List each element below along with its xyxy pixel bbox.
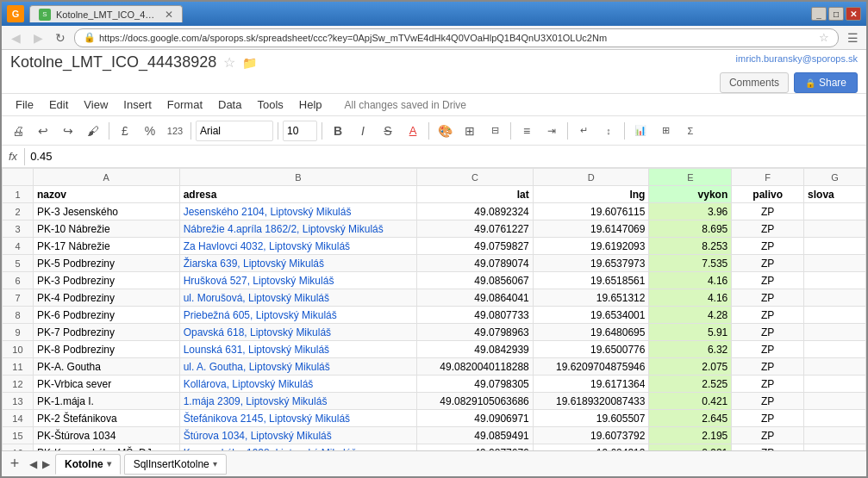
cell-G13[interactable] xyxy=(804,393,866,410)
cell-A15[interactable]: PK-Štúrova 1034 xyxy=(33,427,179,444)
cell-C4[interactable]: 49.0759827 xyxy=(417,238,534,255)
cell-B11[interactable]: ul. A. Goutha, Liptovský Mikuláš xyxy=(179,358,416,376)
cell-F4[interactable]: ZP xyxy=(732,238,804,255)
sheet-table-wrapper[interactable]: A B C D E F G 1 nazov adresa xyxy=(2,168,866,450)
cell-E10[interactable]: 6.32 xyxy=(649,341,732,358)
cell-B7[interactable]: ul. Morušová, Liptovský Mikuláš xyxy=(179,289,416,307)
cell-G6[interactable] xyxy=(804,272,866,289)
percent-button[interactable]: % xyxy=(139,120,161,142)
bookmark-star-icon[interactable]: ☆ xyxy=(819,31,829,44)
cell-E14[interactable]: 2.645 xyxy=(649,410,732,427)
cell-D5[interactable]: 19.6537973 xyxy=(533,255,649,272)
redo-button[interactable]: ↪ xyxy=(57,120,79,142)
sheet-tab-sqlinsert[interactable]: SqlInsertKotolne ▾ xyxy=(124,454,227,475)
share-button[interactable]: 🔒 Share xyxy=(794,72,858,93)
cell-A14[interactable]: PK-2 Štefánikova xyxy=(33,410,179,427)
cell-A12[interactable]: PK-Vrbica sever xyxy=(33,376,179,393)
sheet-nav-right[interactable]: ▶ xyxy=(41,456,52,472)
cell-E15[interactable]: 2.195 xyxy=(649,427,732,444)
menu-data[interactable]: Data xyxy=(211,96,248,113)
cell-E12[interactable]: 2.525 xyxy=(649,376,732,393)
sheet-tab-kotolne-arrow[interactable]: ▾ xyxy=(107,459,111,469)
cell-D6[interactable]: 19.6518561 xyxy=(533,272,649,289)
cell-G4[interactable] xyxy=(804,238,866,255)
print-button[interactable]: 🖨 xyxy=(7,120,29,142)
cell-B5[interactable]: Žiarska 639, Liptovský Mikuláš xyxy=(179,255,416,272)
menu-format[interactable]: Format xyxy=(160,96,209,113)
cell-F7[interactable]: ZP xyxy=(732,289,804,307)
sheet-tab-sqlinsert-arrow[interactable]: ▾ xyxy=(213,459,217,469)
number-format-button[interactable]: 123 xyxy=(164,120,186,142)
cell-D13[interactable]: 19.6189320087433 xyxy=(533,393,649,410)
cell-D9[interactable]: 19.6480695 xyxy=(533,324,649,341)
wrap-text-button[interactable]: ↵ xyxy=(572,120,595,142)
cell-E11[interactable]: 2.075 xyxy=(649,358,732,376)
cell-A9[interactable]: PK-7 Podbreziny xyxy=(33,324,179,341)
col-header-f[interactable]: F xyxy=(732,169,804,186)
cell-A11[interactable]: PK-A. Goutha xyxy=(33,358,179,376)
cell-E9[interactable]: 5.91 xyxy=(649,324,732,341)
add-sheet-button[interactable]: + xyxy=(5,455,24,474)
functions-button[interactable]: Σ xyxy=(679,120,702,142)
cell-F11[interactable]: ZP xyxy=(732,358,804,376)
cell-B16[interactable]: Komenského 1938, Liptovský Mikuláš xyxy=(179,444,416,451)
cell-G9[interactable] xyxy=(804,324,866,341)
cell-B15[interactable]: Štúrova 1034, Liptovský Mikuláš xyxy=(179,427,416,444)
col-header-g[interactable]: G xyxy=(804,169,866,186)
address-bar[interactable]: 🔒 https://docs.google.com/a/sporops.sk/s… xyxy=(74,28,839,47)
col-header-c[interactable]: C xyxy=(417,169,534,186)
cell-G14[interactable] xyxy=(804,410,866,427)
cell-C7[interactable]: 49.0864041 xyxy=(417,289,534,307)
cell-C14[interactable]: 49.0906971 xyxy=(417,410,534,427)
star-icon[interactable]: ☆ xyxy=(223,54,235,71)
cell-B12[interactable]: Kollárova, Liptovský Mikuláš xyxy=(179,376,416,393)
cell-E13[interactable]: 0.421 xyxy=(649,393,732,410)
col-header-b[interactable]: B xyxy=(179,169,416,186)
cell-D16[interactable]: 19.604213 xyxy=(533,444,649,451)
cell-F10[interactable]: ZP xyxy=(732,341,804,358)
cell-F13[interactable]: ZP xyxy=(732,393,804,410)
cell-E6[interactable]: 4.16 xyxy=(649,272,732,289)
cell-a1[interactable]: nazov xyxy=(33,186,179,203)
menu-view[interactable]: View xyxy=(77,96,115,113)
fill-color-button[interactable]: 🎨 xyxy=(434,120,456,142)
browser-tab[interactable]: S Kotolne_LMT_ICO_44438928 ✕ xyxy=(29,5,183,22)
cell-F3[interactable]: ZP xyxy=(732,220,804,238)
cell-G10[interactable] xyxy=(804,341,866,358)
cell-F9[interactable]: ZP xyxy=(732,324,804,341)
font-selector[interactable] xyxy=(196,121,273,141)
cell-D10[interactable]: 19.6500776 xyxy=(533,341,649,358)
sheet-tab-kotolne[interactable]: Kotolne ▾ xyxy=(55,454,121,475)
cell-F2[interactable]: ZP xyxy=(732,203,804,220)
cell-D4[interactable]: 19.6192093 xyxy=(533,238,649,255)
cell-A5[interactable]: PK-5 Podbreziny xyxy=(33,255,179,272)
cell-B8[interactable]: Priebežná 605, Liptovský Mikuláš xyxy=(179,307,416,324)
text-color-button[interactable]: A xyxy=(402,120,424,142)
cell-F5[interactable]: ZP xyxy=(732,255,804,272)
bold-button[interactable]: B xyxy=(327,120,349,142)
cell-D3[interactable]: 19.6147069 xyxy=(533,220,649,238)
cell-G7[interactable] xyxy=(804,289,866,307)
cell-B2[interactable]: Jesenského 2104, Liptovský Mikuláš xyxy=(179,203,416,220)
col-header-d[interactable]: D xyxy=(533,169,649,186)
insert-chart-button[interactable]: 📊 xyxy=(629,120,652,142)
cell-D8[interactable]: 19.6534001 xyxy=(533,307,649,324)
cell-G16[interactable] xyxy=(804,444,866,451)
tab-close-button[interactable]: ✕ xyxy=(165,9,173,21)
cell-D12[interactable]: 19.6171364 xyxy=(533,376,649,393)
close-button[interactable]: ✕ xyxy=(846,7,861,21)
menu-insert[interactable]: Insert xyxy=(116,96,159,113)
cell-E7[interactable]: 4.16 xyxy=(649,289,732,307)
menu-edit[interactable]: Edit xyxy=(42,96,75,113)
cell-C3[interactable]: 49.0761227 xyxy=(417,220,534,238)
cell-C15[interactable]: 49.0859491 xyxy=(417,427,534,444)
cell-C5[interactable]: 49.0789074 xyxy=(417,255,534,272)
cell-F6[interactable]: ZP xyxy=(732,272,804,289)
cell-G11[interactable] xyxy=(804,358,866,376)
cell-G5[interactable] xyxy=(804,255,866,272)
italic-button[interactable]: I xyxy=(352,120,374,142)
cell-G15[interactable] xyxy=(804,427,866,444)
align-right-button[interactable]: ⇥ xyxy=(540,120,563,142)
cell-g1[interactable]: slova xyxy=(804,186,866,203)
cell-A10[interactable]: PK-8 Podbreziny xyxy=(33,341,179,358)
